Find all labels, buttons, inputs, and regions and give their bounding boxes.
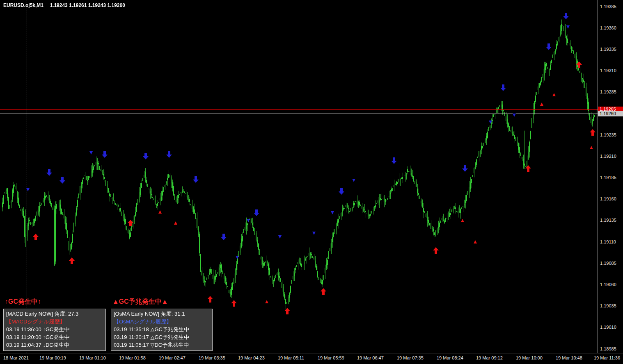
macd-history-row: 03.19 11:20:00 ↑GC発生中 (6, 333, 103, 341)
sell-signal-arrow (166, 151, 172, 158)
time-axis[interactable]: 18 Mar 202119 Mar 00:1919 Mar 01:1019 Ma… (0, 353, 623, 364)
price-axis-label: 1.19060 (600, 282, 616, 287)
sell-signal-arrow (489, 121, 492, 124)
price-axis-label: 1.19035 (600, 303, 616, 308)
macd-history-row: 03.19 11:04:37 ↓DC発生中 (6, 341, 103, 349)
sell-signal-arrow (193, 176, 199, 183)
sell-signal-arrow (331, 211, 334, 214)
sell-signal-arrow (566, 25, 570, 29)
sell-signal-arrow (339, 188, 344, 195)
buy-signal-arrow (33, 234, 39, 240)
sell-signal-arrow (247, 219, 250, 222)
time-axis-label: 19 Mar 03:35 (199, 355, 225, 360)
price-axis-label: 1.19385 (600, 4, 616, 9)
osma-history-title: 【OsMAシグナル履歴】 (114, 318, 210, 325)
buy-signal-arrow (128, 220, 133, 226)
macd-history-row: 03.19 11:36:00 ↑GC発生中 (6, 325, 103, 333)
osma-signal-panel: ▲GC予兆発生中▲ [OsMA Early NOW] 角度: 31.1 【OsM… (111, 298, 213, 351)
osma-history-row: 03.19 11:35:18 △GC予兆発生中 (114, 325, 210, 333)
time-axis-label: 19 Mar 01:10 (79, 355, 106, 360)
sell-signal-arrow (236, 256, 239, 259)
ohlc-readout: 1.19243 1.19261 1.19243 1.19260 (50, 2, 125, 8)
sell-signal-arrow (254, 209, 259, 216)
buy-signal-arrow (265, 300, 268, 303)
macd-panel-box: [MACD Early NOW] 角度: 27.3 【MACDシグナル履歴】 0… (3, 309, 106, 351)
price-axis[interactable]: 1.193851.193601.193351.193101.192851.192… (598, 0, 623, 353)
osma-history-row: 03.19 11:05:17 ▽DC予兆発生中 (114, 341, 210, 349)
time-axis-label: 19 Mar 08:24 (437, 355, 463, 360)
time-axis-label: 19 Mar 06:47 (357, 355, 384, 360)
sell-signal-arrow (26, 188, 30, 191)
sell-signal-arrow (352, 179, 355, 182)
buy-signal-arrow (174, 221, 177, 225)
buy-signal-arrow (525, 165, 531, 172)
price-axis-label: 1.19360 (600, 25, 616, 30)
mt4-chart-window: EURUSD.oj5k,M1 1.19243 1.19261 1.19243 1… (0, 0, 623, 364)
buy-signal-arrow (576, 61, 582, 68)
ask-price-line (0, 109, 598, 110)
price-axis-label: 1.19085 (600, 261, 616, 266)
price-axis-label: 1.19185 (600, 175, 616, 180)
sell-signal-arrow (462, 165, 468, 172)
buy-signal-arrow (69, 257, 75, 264)
osma-angle-line: [OsMA Early NOW] 角度: 31.1 (114, 310, 210, 318)
macd-signal-panel: ↑GC発生中↑ [MACD Early NOW] 角度: 27.3 【MACDシ… (3, 298, 106, 351)
time-axis-label: 19 Mar 09:12 (476, 355, 503, 360)
buy-signal-arrow (474, 240, 477, 243)
osma-history-row: 03.19 11:20:17 △GC予兆発生中 (114, 333, 210, 341)
osma-status-header: ▲GC予兆発生中▲ (112, 298, 213, 306)
price-axis-label: 1.19235 (600, 132, 616, 137)
buy-signal-arrow (590, 129, 596, 136)
macd-angle-line: [MACD Early NOW] 角度: 27.3 (6, 310, 103, 318)
chart-title: EURUSD.oj5k,M1 1.19243 1.19261 1.19243 1… (3, 2, 125, 8)
macd-history-title: 【MACDシグナル履歴】 (6, 318, 103, 325)
time-axis-label: 19 Mar 07:35 (397, 355, 424, 360)
sell-signal-arrow (221, 234, 227, 240)
sell-signal-arrow (546, 43, 552, 50)
sell-signal-arrow (278, 235, 282, 239)
time-axis-label: 18 Mar 2021 (3, 355, 29, 360)
time-axis-label: 19 Mar 02:47 (159, 355, 186, 360)
symbol-timeframe-label: EURUSD.oj5k,M1 (3, 2, 44, 8)
price-axis-label: 1.19010 (600, 325, 616, 330)
price-axis-label: 1.19110 (600, 239, 616, 244)
price-axis-label: 1.19335 (600, 47, 616, 52)
buy-signal-arrow (231, 300, 237, 307)
sell-signal-arrow (500, 84, 506, 91)
sell-signal-arrow (391, 157, 397, 164)
time-axis-label: 19 Mar 10:48 (556, 355, 582, 360)
sell-signal-arrow (143, 153, 149, 159)
time-axis-label: 19 Mar 11:36 (594, 355, 620, 360)
buy-signal-arrow (590, 146, 593, 149)
time-axis-label: 19 Mar 00:19 (39, 355, 66, 360)
price-axis-label: 1.19210 (600, 154, 616, 159)
time-axis-label: 19 Mar 04:23 (238, 355, 265, 360)
buy-signal-arrow (284, 308, 290, 314)
sell-signal-arrow (563, 13, 569, 19)
osma-panel-box: [OsMA Early NOW] 角度: 31.1 【OsMAシグナル履歴】 0… (111, 309, 213, 351)
price-axis-label: 1.19285 (600, 89, 616, 94)
buy-signal-arrow (461, 219, 464, 222)
time-axis-label: 19 Mar 01:58 (119, 355, 146, 360)
buy-signal-arrow (552, 93, 556, 96)
sell-signal-arrow (513, 114, 516, 117)
sell-signal-arrow (312, 232, 316, 235)
sell-signal-arrow (46, 169, 52, 176)
price-axis-label: 1.18985 (600, 346, 616, 351)
sell-signal-arrow (102, 151, 108, 158)
price-axis-label: 1.19160 (600, 196, 616, 201)
bid-price-tag: 1.19260 (598, 111, 623, 116)
price-axis-label: 1.19310 (600, 68, 616, 73)
buy-signal-arrow (540, 102, 543, 106)
sell-signal-arrow (60, 177, 65, 184)
buy-signal-arrow (321, 288, 326, 295)
buy-signal-arrow (158, 210, 162, 214)
sell-signal-arrow (89, 151, 93, 155)
time-axis-label: 19 Mar 05:11 (278, 355, 304, 360)
time-axis-label: 19 Mar 10:00 (516, 355, 543, 360)
time-axis-label: 19 Mar 05:59 (318, 355, 344, 360)
price-axis-label: 1.19135 (600, 218, 616, 223)
buy-signal-arrow (433, 247, 439, 254)
macd-status-header: ↑GC発生中↑ (5, 298, 106, 306)
bid-price-line (0, 114, 598, 114)
